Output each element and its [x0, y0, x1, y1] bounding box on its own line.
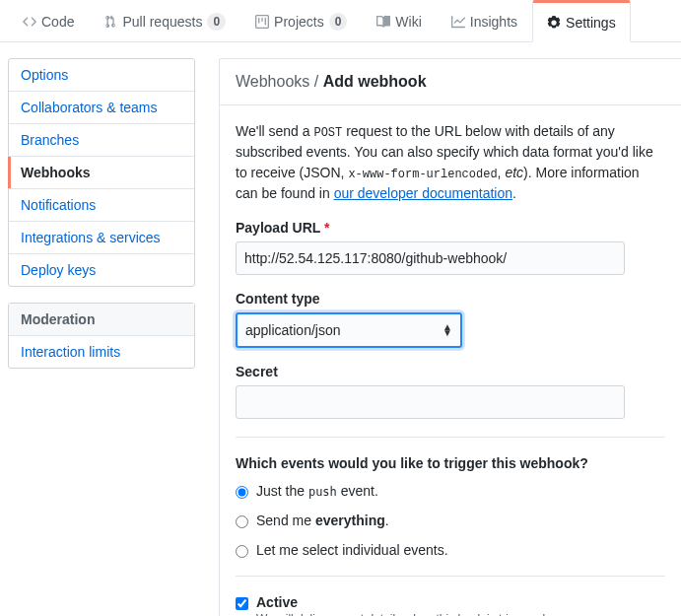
- sidebar-item-options[interactable]: Options: [9, 59, 194, 92]
- breadcrumb-parent: Webhooks: [236, 73, 309, 90]
- select-arrows-icon: ▲▼: [443, 324, 452, 336]
- projects-count: 0: [329, 13, 348, 31]
- active-label[interactable]: Active: [256, 594, 298, 610]
- gear-icon: [547, 16, 561, 30]
- sidebar-moderation-header: Moderation: [9, 304, 194, 336]
- divider: [236, 437, 665, 438]
- payload-url-label: Payload URL *: [236, 220, 665, 236]
- repo-tabs: Code Pull requests 0 Projects 0 Wiki Ins…: [0, 0, 681, 42]
- tab-code-label: Code: [41, 14, 74, 30]
- radio-everything-label[interactable]: Send me everything.: [256, 513, 389, 528]
- tab-projects[interactable]: Projects 0: [240, 0, 362, 41]
- breadcrumb: Webhooks / Add webhook: [220, 59, 681, 105]
- documentation-link[interactable]: our developer documentation: [334, 185, 512, 201]
- tab-projects-label: Projects: [274, 14, 324, 30]
- radio-individual-label[interactable]: Let me select individual events.: [256, 542, 448, 558]
- tab-insights-label: Insights: [470, 14, 517, 30]
- pr-count: 0: [207, 13, 226, 31]
- payload-url-input[interactable]: [236, 241, 625, 275]
- project-icon: [255, 15, 269, 29]
- active-checkbox[interactable]: [236, 597, 248, 610]
- content-type-select[interactable]: application/json ▲▼: [236, 312, 462, 348]
- breadcrumb-current: Add webhook: [323, 73, 427, 90]
- tab-wiki[interactable]: Wiki: [362, 0, 436, 41]
- content-type-value: application/json: [245, 320, 341, 340]
- sidebar-item-deploykeys[interactable]: Deploy keys: [9, 254, 194, 286]
- sidebar-item-branches[interactable]: Branches: [9, 124, 194, 157]
- sidebar-item-notifications[interactable]: Notifications: [9, 189, 194, 222]
- main-panel: Webhooks / Add webhook We'll send a POST…: [219, 58, 681, 616]
- webhook-description: We'll send a POST request to the URL bel…: [236, 121, 665, 204]
- tab-code[interactable]: Code: [8, 0, 89, 41]
- git-pull-request-icon: [103, 15, 117, 29]
- breadcrumb-sep: /: [309, 73, 322, 90]
- events-title: Which events would you like to trigger t…: [236, 455, 665, 471]
- tab-settings-label: Settings: [566, 15, 616, 31]
- graph-icon: [451, 15, 465, 29]
- radio-everything[interactable]: [236, 515, 248, 528]
- code-icon: [23, 15, 36, 29]
- radio-just-push[interactable]: [236, 486, 248, 499]
- tab-settings[interactable]: Settings: [532, 0, 631, 42]
- radio-just-push-label[interactable]: Just the push event.: [256, 483, 378, 499]
- sidebar-item-webhooks[interactable]: Webhooks: [9, 157, 194, 189]
- tab-wiki-label: Wiki: [395, 14, 421, 30]
- tab-pr-label: Pull requests: [122, 14, 202, 30]
- sidebar-item-integrations[interactable]: Integrations & services: [9, 222, 194, 254]
- content-type-label: Content type: [236, 291, 665, 307]
- secret-label: Secret: [236, 364, 665, 379]
- sidebar-item-collaborators[interactable]: Collaborators & teams: [9, 92, 194, 124]
- secret-input[interactable]: [236, 385, 625, 419]
- tab-pull-requests[interactable]: Pull requests 0: [89, 0, 240, 41]
- book-icon: [376, 15, 390, 29]
- active-description: We will deliver event details when this …: [256, 612, 665, 616]
- sidebar-item-interaction-limits[interactable]: Interaction limits: [9, 336, 194, 368]
- settings-sidebar: Options Collaborators & teams Branches W…: [8, 58, 195, 616]
- tab-insights[interactable]: Insights: [437, 0, 532, 41]
- divider-2: [236, 576, 665, 577]
- radio-individual[interactable]: [236, 545, 248, 558]
